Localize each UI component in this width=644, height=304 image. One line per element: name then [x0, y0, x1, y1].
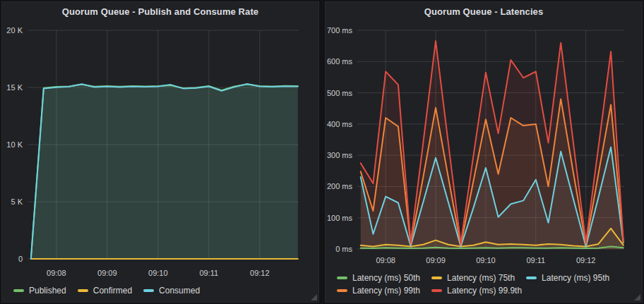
- legend-item-confirmed[interactable]: Confirmed: [78, 286, 132, 296]
- x-axis-tick-label: 09:08: [47, 269, 66, 277]
- legend-label: Published: [29, 286, 66, 296]
- legend-item-latency-ms-99th[interactable]: Latency (ms) 99th: [337, 286, 420, 296]
- panel-publish-consume-rate: Quorum Queue - Publish and Consume Rate …: [1, 1, 319, 303]
- y-axis-tick-label: 20 K: [2, 27, 23, 35]
- legend-row: PublishedConfirmedConsumed: [13, 286, 313, 296]
- y-axis-tick-label: 200 ms: [326, 183, 352, 190]
- dashboard: { "page": { "background": "#131315", "pa…: [0, 0, 644, 304]
- x-axis-tick-label: 09:11: [199, 269, 218, 277]
- y-axis-tick-label: 300 ms: [326, 152, 352, 159]
- x-axis-tick-label: 09:08: [376, 257, 395, 265]
- legend-label: Confirmed: [93, 286, 132, 296]
- legend-item-latency-ms-95th[interactable]: Latency (ms) 95th: [526, 273, 609, 283]
- legend-label: Latency (ms) 99.9th: [447, 286, 522, 296]
- legend-label: Latency (ms) 75th: [447, 273, 515, 283]
- legend-label: Latency (ms) 95th: [542, 273, 609, 283]
- legend-color-swatch: [431, 276, 442, 279]
- legend-label: Consumed: [159, 286, 200, 296]
- y-axis-tick-label: 100 ms: [326, 214, 352, 222]
- legend-color-swatch: [78, 289, 88, 292]
- legend-item-latency-ms-99-9th[interactable]: Latency (ms) 99.9th: [431, 286, 522, 296]
- legend-item-consumed[interactable]: Consumed: [143, 286, 200, 296]
- y-axis-tick-label: 700 ms: [326, 27, 352, 35]
- y-axis-tick-label: 600 ms: [326, 58, 352, 66]
- y-axis-tick-label: 500 ms: [326, 90, 352, 97]
- legend-color-swatch: [526, 276, 537, 279]
- legend-color-swatch: [431, 289, 442, 292]
- legend-label: Latency (ms) 50th: [352, 273, 420, 283]
- panel-latencies: Quorum Queue - Latencies 700 ms600 ms500…: [325, 1, 643, 303]
- x-axis-tick-label: 09:12: [250, 269, 270, 277]
- legend-color-swatch: [13, 289, 24, 292]
- x-axis-tick-label: 09:12: [576, 257, 596, 265]
- x-axis-tick-label: 09:09: [97, 269, 117, 277]
- y-axis-tick-label: 400 ms: [326, 121, 352, 128]
- x-axis-tick-label: 09:10: [148, 269, 168, 277]
- y-axis-tick-label: 0: [2, 255, 23, 263]
- legend-color-swatch: [143, 289, 154, 292]
- chart-plot-area[interactable]: [2, 2, 318, 302]
- series-fill-consumed: [31, 84, 298, 259]
- y-axis-tick-label: 15 K: [2, 84, 23, 92]
- panel-title[interactable]: Quorum Queue - Latencies: [326, 6, 642, 17]
- panel-title[interactable]: Quorum Queue - Publish and Consume Rate: [2, 6, 318, 17]
- legend-color-swatch: [337, 289, 347, 292]
- legend-row: Latency (ms) 99thLatency (ms) 99.9th: [337, 286, 636, 296]
- legend-label: Latency (ms) 99th: [352, 286, 420, 296]
- x-axis-tick-label: 09:09: [426, 257, 446, 265]
- x-axis-tick-label: 09:11: [526, 257, 545, 265]
- legend-row: Latency (ms) 50thLatency (ms) 75thLatenc…: [337, 273, 636, 283]
- y-axis-tick-label: 0 ms: [326, 245, 352, 253]
- x-axis-tick-label: 09:10: [476, 257, 496, 265]
- legend-item-published[interactable]: Published: [13, 286, 66, 296]
- legend-color-swatch: [337, 276, 347, 279]
- y-axis-tick-label: 10 K: [2, 141, 23, 149]
- y-axis-tick-label: 5 K: [2, 198, 23, 206]
- legend-item-latency-ms-75th[interactable]: Latency (ms) 75th: [431, 273, 515, 283]
- legend-item-latency-ms-50th[interactable]: Latency (ms) 50th: [337, 273, 420, 283]
